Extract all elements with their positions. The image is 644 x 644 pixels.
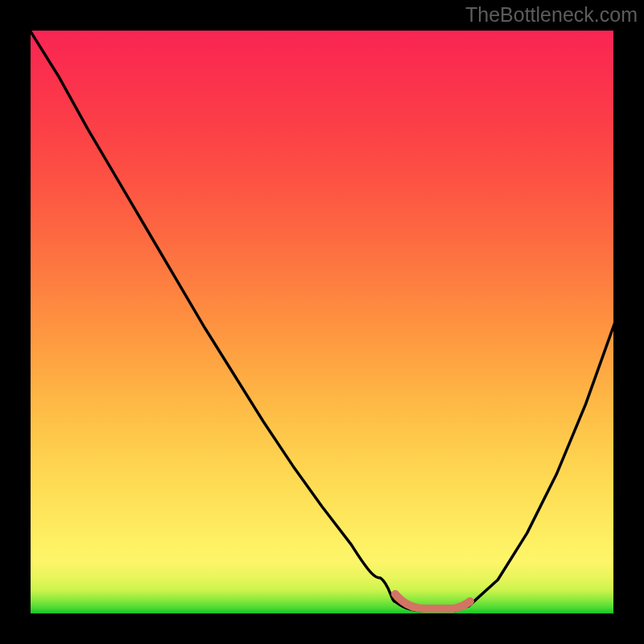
curve-main-path — [29, 29, 615, 611]
curve-accent-path — [395, 594, 470, 609]
watermark-text: TheBottleneck.com — [465, 3, 638, 27]
plot-area — [29, 29, 615, 615]
chart-frame: TheBottleneck.com — [0, 0, 644, 644]
bottleneck-curve — [29, 29, 615, 615]
